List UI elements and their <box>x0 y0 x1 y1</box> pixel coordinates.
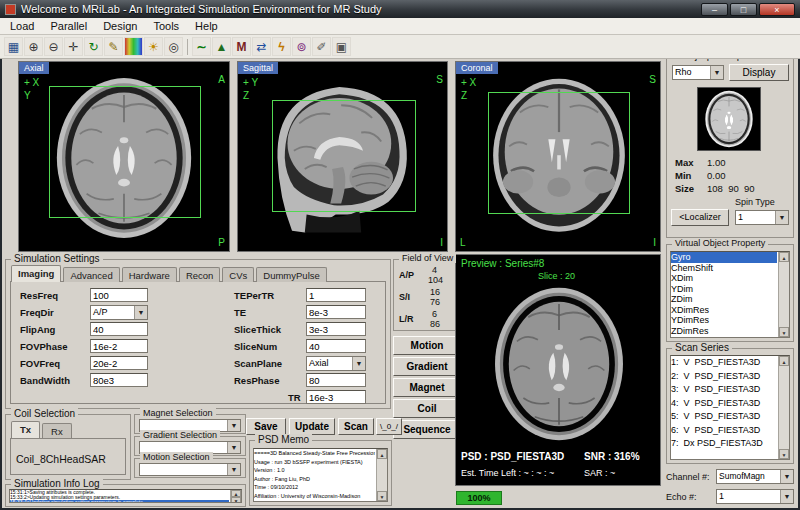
display-button[interactable]: Display <box>729 64 789 81</box>
scroll-up-icon[interactable]: ▲ <box>779 252 789 262</box>
series-scrollbar[interactable]: ▲ ▼ <box>778 356 789 459</box>
resfreq-input[interactable] <box>90 288 148 302</box>
lightning-icon[interactable]: ϟ <box>272 37 291 56</box>
preview-panel[interactable]: Preview : Series#8 Slice : 20 PSD : PSD_… <box>455 254 661 486</box>
plot-icon[interactable]: ▲ <box>212 37 231 56</box>
series-item[interactable]: 5: V PSD_FIESTA3D <box>671 410 777 424</box>
save-icon[interactable]: ▦ <box>4 37 23 56</box>
echo-combo[interactable]: 1 ▼ <box>716 489 794 504</box>
tab-cvs[interactable]: CVs <box>222 267 254 282</box>
menu-help[interactable]: Help <box>187 19 226 33</box>
coronal-viewport[interactable]: Coronal + X Z S L I <box>455 61 661 252</box>
property-item-gyro[interactable]: Gyro <box>671 252 777 263</box>
tab-recon[interactable]: Recon <box>179 267 220 282</box>
localizer-button[interactable]: <Localizer <box>671 209 729 226</box>
colormap-icon[interactable] <box>124 37 143 56</box>
flipang-input[interactable] <box>90 322 148 336</box>
pulse-icon[interactable]: ∼ <box>192 37 211 56</box>
info-log-listbox[interactable]: 15:31:1>Saving attributes is complete. 1… <box>9 489 242 503</box>
save-button[interactable]: Save <box>246 418 286 435</box>
tr-input[interactable] <box>306 390 366 404</box>
scroll-down-icon[interactable]: ▼ <box>779 449 789 459</box>
brightness-icon[interactable]: ☀ <box>144 37 163 56</box>
update-button[interactable]: Update <box>289 418 335 435</box>
property-item-ydimres[interactable]: YDimRes <box>671 315 777 326</box>
spin-type-combo[interactable]: 1 ▼ <box>735 210 789 225</box>
coronal-fov-rect[interactable] <box>488 92 630 214</box>
scroll-up-icon[interactable]: ▲ <box>377 449 387 459</box>
minimize-button[interactable]: – <box>701 3 728 16</box>
log-line-selected[interactable]: 15:33:4>Updating simulation setting para… <box>10 500 229 503</box>
crosshair-icon[interactable]: ◎ <box>164 37 183 56</box>
fovfreq-input[interactable] <box>90 356 148 370</box>
sagittal-viewport[interactable]: Sagittal + Y Z S I <box>237 61 448 252</box>
menu-design[interactable]: Design <box>95 19 145 33</box>
tab-rx[interactable]: Rx <box>42 423 72 438</box>
vobj-property-listbox[interactable]: Gyro ChemShift XDim YDim ZDim XDimRes YD… <box>670 251 790 338</box>
coil-button[interactable]: Coil <box>393 399 461 418</box>
coil-selection-value[interactable]: Coil_8ChHeadSAR <box>16 453 106 465</box>
menu-tools[interactable]: Tools <box>145 19 187 33</box>
memo-scrollbar[interactable]: ▲ ▼ <box>376 449 387 501</box>
te-input[interactable] <box>306 305 366 319</box>
rotate-icon[interactable]: ↻ <box>84 37 103 56</box>
magnet-button[interactable]: Magnet <box>393 378 461 397</box>
property-item-xdimres[interactable]: XDimRes <box>671 305 777 316</box>
menu-parallel[interactable]: Parallel <box>42 19 95 33</box>
property-scrollbar[interactable]: ▲ ▼ <box>778 252 789 337</box>
scan-series-listbox[interactable]: 1: V PSD_FIESTA3D 2: V PSD_FIESTA3D 3: V… <box>670 355 790 460</box>
series-item[interactable]: 1: V PSD_FIESTA3D <box>671 356 777 370</box>
close-button[interactable]: × <box>759 3 795 16</box>
series-item[interactable]: 6: V PSD_FIESTA3D <box>671 424 777 438</box>
magnet-icon[interactable]: M <box>232 37 251 56</box>
coil-icon[interactable]: ⊚ <box>292 37 311 56</box>
property-item-chemshift[interactable]: ChemShift <box>671 263 777 274</box>
sequence-button[interactable]: Sequence <box>393 420 461 439</box>
scroll-down-icon[interactable]: ▼ <box>231 497 241 503</box>
zoom-out-icon[interactable]: ⊖ <box>44 37 63 56</box>
property-item-zdimres[interactable]: ZDimRes <box>671 326 777 337</box>
menu-load[interactable]: Load <box>2 19 42 33</box>
motion-button[interactable]: Motion <box>393 336 461 355</box>
motion-icon[interactable]: ⇄ <box>252 37 271 56</box>
scroll-down-icon[interactable]: ▼ <box>377 491 387 501</box>
axial-fov-rect[interactable] <box>49 86 201 218</box>
data-cursor-icon[interactable]: ✎ <box>104 37 123 56</box>
series-item[interactable]: 4: V PSD_FIESTA3D <box>671 397 777 411</box>
tab-dummypulse[interactable]: DummyPulse <box>256 267 327 282</box>
property-item-xdim[interactable]: XDim <box>671 273 777 284</box>
tepertr-input[interactable] <box>306 288 366 302</box>
zoom-in-icon[interactable]: ⊕ <box>24 37 43 56</box>
tab-advanced[interactable]: Advanced <box>63 267 119 282</box>
pan-icon[interactable]: ✛ <box>64 37 83 56</box>
tab-hardware[interactable]: Hardware <box>122 267 177 282</box>
property-item-ydim[interactable]: YDim <box>671 284 777 295</box>
channel-combo[interactable]: SumofMagn ▼ <box>716 469 794 484</box>
freqdir-combo[interactable]: A/P ▼ <box>90 305 148 320</box>
pen-icon[interactable]: ✐ <box>312 37 331 56</box>
bandwidth-input[interactable] <box>90 373 148 387</box>
gradient-button[interactable]: Gradient <box>393 357 461 376</box>
sagittal-fov-rect[interactable] <box>272 100 416 212</box>
scan-button[interactable]: Scan <box>338 418 374 435</box>
series-item[interactable]: 3: V PSD_FIESTA3D <box>671 383 777 397</box>
slicethick-input[interactable] <box>306 322 366 336</box>
motion-selection-combo[interactable]: ▼ <box>139 463 241 476</box>
tab-imaging[interactable]: Imaging <box>11 265 61 282</box>
property-item-zdim[interactable]: ZDim <box>671 294 777 305</box>
shrug-button[interactable]: \_0_/ <box>376 418 402 435</box>
spin-map-combo[interactable]: Rho ▼ <box>672 65 724 80</box>
scanplane-combo[interactable]: Axial ▼ <box>306 356 366 371</box>
scroll-up-icon[interactable]: ▲ <box>231 490 241 497</box>
fovphase-input[interactable] <box>90 339 148 353</box>
axial-viewport[interactable]: Axial + X Y A P <box>18 61 230 252</box>
maximize-button[interactable]: □ <box>730 3 757 16</box>
series-item[interactable]: 2: V PSD_FIESTA3D <box>671 370 777 384</box>
slicenum-input[interactable] <box>306 339 366 353</box>
psd-memo-listbox[interactable]: =====3D Balanced Steady-State Free Prece… <box>253 448 388 502</box>
scroll-up-icon[interactable]: ▲ <box>779 356 789 366</box>
series-item[interactable]: 7: Dx PSD_FIESTA3D <box>671 437 777 451</box>
snapshot-icon[interactable]: ▣ <box>332 37 351 56</box>
resphase-input[interactable] <box>306 373 366 387</box>
log-scrollbar[interactable]: ▲ ▼ <box>230 490 241 502</box>
